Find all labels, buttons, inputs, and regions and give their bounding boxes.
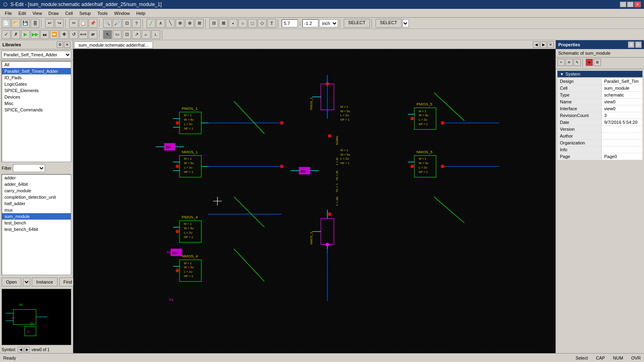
coord-y-input[interactable] (302, 19, 318, 27)
lib-item-spice-elements[interactable]: SPICE_Elements (2, 87, 71, 94)
lib-item-misc[interactable]: Misc (2, 100, 71, 107)
menu-draw[interactable]: Draw (45, 10, 62, 16)
tab-prev-btn[interactable]: ◀ (533, 41, 539, 48)
open-btn[interactable]: 📂 (11, 19, 20, 28)
instance-btn[interactable]: Instance (32, 278, 58, 286)
tab-next-btn[interactable]: ▶ (540, 41, 547, 48)
menu-help[interactable]: Help (133, 10, 149, 16)
sym-prev-btn[interactable]: ◀ (18, 347, 23, 352)
paste-btn[interactable]: 📌 (89, 19, 97, 28)
lib-settings-btn[interactable]: ⚙ (57, 41, 63, 48)
mirror-btn[interactable]: ⟺ (79, 30, 88, 39)
lib-item-all[interactable]: All (2, 62, 71, 68)
lib-item-spice-commands[interactable]: SPICE_Commands (2, 107, 71, 113)
library-dropdown[interactable]: Parallel_Self_Timed_Adder (2, 51, 71, 59)
maximize-button[interactable]: □ (627, 2, 634, 7)
open-dropdown[interactable] (23, 278, 30, 286)
poly-btn[interactable]: ◇ (258, 19, 266, 28)
menu-cell[interactable]: Cell (62, 10, 76, 16)
menu-tools[interactable]: Tools (94, 10, 111, 16)
circle-btn[interactable]: ○ (238, 19, 247, 28)
cell-half-adder[interactable]: half_adder (2, 200, 71, 207)
rotate-btn[interactable]: ↺ (69, 30, 78, 39)
prop-val-info[interactable] (602, 146, 642, 153)
prop-val-version[interactable] (602, 126, 642, 132)
rect-btn[interactable]: □ (248, 19, 257, 28)
draw-wire-btn[interactable]: ╱ (147, 19, 155, 28)
expand-icon[interactable]: ▼ (560, 72, 564, 76)
help-btn[interactable]: ? (132, 19, 141, 28)
draw-port-btn[interactable]: ⊗ (185, 19, 194, 28)
coord-x-input[interactable] (282, 19, 298, 27)
cell-adder-64bit[interactable]: adder_64bit (2, 181, 71, 187)
text-btn[interactable]: T (267, 19, 276, 28)
menu-setup[interactable]: Setup (76, 10, 94, 16)
step2-btn[interactable]: ⏩ (50, 30, 59, 39)
cell-carry-module[interactable]: carry_module (2, 187, 71, 194)
sym-next-btn[interactable]: ▶ (24, 347, 30, 352)
prop-val-type[interactable]: schematic (602, 92, 642, 98)
prop-val-author[interactable] (602, 133, 642, 139)
corner-btn[interactable]: ⌐ (142, 30, 151, 39)
open-library-btn[interactable]: Open (2, 278, 21, 286)
prop-edit-btn[interactable]: ✎ (574, 59, 581, 66)
copy-btn[interactable]: 📋 (79, 19, 88, 28)
prop-settings-btn[interactable]: ⚙ (628, 41, 634, 48)
zoom-in-btn[interactable]: 🔍 (103, 19, 112, 28)
cut-btn[interactable]: ✂ (69, 19, 78, 28)
select-btn-1[interactable]: SELECT (344, 19, 370, 28)
cell-completion[interactable]: completion_detection_unit (2, 194, 71, 200)
save-btn[interactable]: 💾 (21, 19, 30, 28)
cell-sum-module[interactable]: sum_module (2, 213, 71, 220)
dot-btn[interactable]: • (229, 19, 237, 28)
lib-item-devices[interactable]: Devices (2, 94, 71, 100)
unit-select[interactable]: inch mm um (319, 19, 338, 27)
menu-view[interactable]: View (29, 10, 45, 16)
cell-mux[interactable]: mux (2, 207, 71, 213)
lib-item-parallel[interactable]: Parallel_Self_Timed_Adder (2, 68, 71, 74)
check-btn[interactable]: ✓ (2, 30, 10, 39)
redo-btn[interactable]: ↪ (55, 19, 64, 28)
prop-add-btn[interactable]: + (557, 59, 565, 66)
prop-val-page[interactable]: Page0 (602, 153, 642, 160)
grid-btn[interactable]: ⊠ (219, 19, 228, 28)
save-all-btn[interactable]: 🗄 (31, 19, 39, 28)
title-bar-controls[interactable]: ─ □ ✕ (620, 2, 641, 7)
prop-val-cell[interactable]: sum_module (602, 85, 642, 91)
new-btn[interactable]: 📄 (2, 19, 10, 28)
menu-edit[interactable]: Edit (15, 10, 29, 16)
schematic-close-btn[interactable]: ✕ (547, 41, 554, 48)
draw-comp-btn[interactable]: ⊕ (175, 19, 184, 28)
prop-circle-btn[interactable]: ● (586, 59, 593, 66)
cell-test-bench[interactable]: test_bench (2, 220, 71, 226)
close-button[interactable]: ✕ (634, 2, 641, 7)
prop-val-date[interactable]: 9/7/2016 5:54:20 (602, 119, 642, 125)
select-btn-2[interactable]: SELECT (376, 19, 402, 28)
filter-select[interactable] (13, 164, 45, 172)
minimize-button[interactable]: ─ (620, 2, 626, 7)
rect2-btn[interactable]: ▭ (113, 30, 122, 39)
pin-btn[interactable]: L (151, 30, 160, 39)
draw-inst-btn[interactable]: ⊞ (195, 19, 204, 28)
prop-val-interface[interactable]: view0 (602, 105, 642, 112)
prop-val-design[interactable]: Parallel_Self_Tim (602, 78, 642, 84)
draw-line-btn[interactable]: ╲ (166, 19, 175, 28)
schematic-tab[interactable]: sum_module:schematic adder/hal... (74, 41, 153, 49)
cursor-btn[interactable]: ↖ (103, 30, 112, 39)
select-mode-select[interactable] (402, 19, 409, 27)
ip-btn[interactable]: IP (89, 30, 97, 39)
prop-close-btn[interactable]: ✕ (635, 41, 642, 48)
schematic-canvas[interactable]: PMOS_1 M = 1 W = 9u L = 2u NF = 1 NMOS_1… (73, 49, 555, 353)
prop-val-name[interactable]: view0 (602, 99, 642, 105)
menu-file[interactable]: File (2, 10, 15, 16)
prop-del-btn[interactable]: ✕ (566, 59, 573, 66)
arrow-btn[interactable]: ↗ (132, 30, 141, 39)
zoom-fit-btn[interactable]: ⊡ (122, 19, 131, 28)
run-btn[interactable]: ▶ (21, 30, 30, 39)
lib-item-iopads[interactable]: IO_Pads (2, 74, 71, 81)
menu-window[interactable]: Window (111, 10, 133, 16)
lasso-btn[interactable]: ⊡ (122, 30, 131, 39)
zoom-out-btn[interactable]: 🔎 (113, 19, 122, 28)
prop-val-revision[interactable]: 3 (602, 112, 642, 119)
lib-close-btn[interactable]: ✕ (64, 41, 70, 48)
